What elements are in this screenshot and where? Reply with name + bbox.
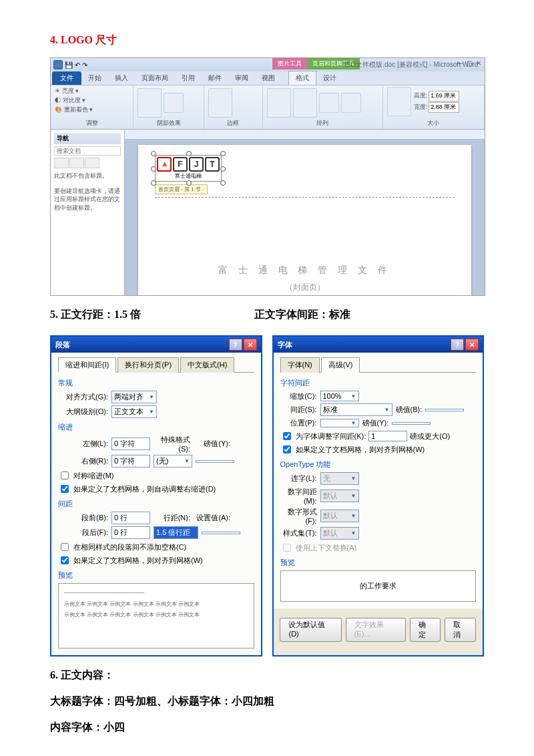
minimize-icon[interactable]: — <box>457 59 463 67</box>
font-snapgrid-check[interactable]: 如果定义了文档网格，则对齐到网格(W) <box>280 443 477 455</box>
align-combo[interactable]: 两端对齐▼ <box>111 391 157 403</box>
pos-by-spin[interactable] <box>392 422 431 425</box>
close-icon[interactable]: ✕ <box>465 339 479 351</box>
back-button[interactable] <box>341 93 361 113</box>
default-button[interactable]: 设为默认值(D) <box>280 618 341 642</box>
before-label: 段前(B): <box>58 513 108 523</box>
snapgrid-check[interactable]: 如果定义了文档网格，则对齐到网格(W) <box>58 554 254 566</box>
help-icon[interactable]: ? <box>451 339 464 351</box>
ribbon-brightness[interactable]: ☀ 亮度 ▾ <box>55 87 129 96</box>
para-tab-cjk[interactable]: 中文版式(H) <box>180 357 234 373</box>
height-input[interactable] <box>429 91 459 102</box>
texteffect-button[interactable]: 文字效果(E)... <box>346 618 406 642</box>
ribbon-group-shadow: 阴影效果 <box>138 119 200 128</box>
after-label: 段后(F): <box>58 528 108 538</box>
spacing-by-spin[interactable] <box>425 409 464 411</box>
word-titlebar: 💾 ↶ ↷ 图片工具 页眉和页脚工具 ISO文件模版.doc [兼容模式] - … <box>51 58 485 71</box>
right-label: 右侧(R): <box>58 456 108 466</box>
close-icon[interactable]: ✕ <box>476 59 481 67</box>
document-area[interactable]: 🔺 F J T 富士通电梯 首页页眉 - 第 1 节 - 富 士 通 电 梯 管… <box>125 130 485 296</box>
font-tab-advanced[interactable]: 高级(V) <box>321 357 360 373</box>
tab-design[interactable]: 设计 <box>316 71 343 85</box>
ribbon: ☀ 亮度 ▾ ◐ 对比度 ▾ 🎨 重新着色 ▾ 调整 阴影效果 边框 排列 <box>51 85 485 130</box>
position-button[interactable] <box>267 88 291 118</box>
nav-tab-1[interactable] <box>54 158 69 168</box>
ok-button[interactable]: 确定 <box>410 618 441 642</box>
ribbon-group-size: 大小 <box>387 119 480 128</box>
align-label: 对齐方式(G): <box>58 392 108 402</box>
selected-logo[interactable]: 🔺 F J T 富士通电梯 <box>155 155 222 182</box>
usectx-check[interactable]: 使用上下文替换(A) <box>280 542 477 554</box>
tab-layout[interactable]: 页面布局 <box>135 71 175 85</box>
para-tab-break[interactable]: 换行和分页(P) <box>117 357 179 373</box>
crop-button[interactable] <box>387 87 411 116</box>
pos-combo[interactable]: ▼ <box>320 419 359 427</box>
ribbon-tabs: 文件 开始 插入 页面布局 引用 邮件 审阅 视图 格式 设计 <box>51 71 485 85</box>
close-icon[interactable]: ✕ <box>244 339 257 351</box>
para-preview: ━━━━━━━━━━━━━━━━━━━━━━━━━━━━━━ 示例文本 示例文本… <box>58 583 254 648</box>
linesp-combo[interactable]: 1.5 倍行距▼ <box>154 526 198 539</box>
width-input[interactable] <box>429 102 459 113</box>
ribbon-recolor[interactable]: 🎨 重新着色 ▾ <box>55 106 129 114</box>
kern-check[interactable]: 为字体调整字间距(K):1磅或更大(O) <box>280 430 477 442</box>
ribbon-group-adjust: 调整 <box>55 119 129 128</box>
mirror-check[interactable]: 对称缩进(M) <box>58 469 254 482</box>
liga-combo[interactable]: 无▼ <box>320 472 359 485</box>
font-preview: 的工作要求 <box>280 570 477 602</box>
special-combo[interactable]: (无)▼ <box>154 455 192 467</box>
qat-redo-icon[interactable]: ↷ <box>82 61 87 69</box>
para-section-spacing: 间距 <box>58 499 254 509</box>
special-label: 特殊格式(S): <box>154 435 190 453</box>
border-button[interactable] <box>208 88 232 118</box>
setval-spin[interactable] <box>202 532 240 534</box>
tab-review[interactable]: 审阅 <box>228 71 255 85</box>
numform-combo[interactable]: 默认▼ <box>320 510 359 522</box>
autoadjust-check[interactable]: 如果定义了文档网格，则自动调整右缩进(D) <box>58 483 254 495</box>
para-tab-indent[interactable]: 缩进和间距(I) <box>58 357 116 373</box>
ribbon-group-arrange: 排列 <box>267 119 378 128</box>
nav-empty-2: 要创建导航选项卡，请通过应用标题样式在您的文档中创建标题。 <box>54 187 121 212</box>
tab-mail[interactable]: 邮件 <box>202 71 228 85</box>
styset-combo[interactable]: 默认▼ <box>320 527 359 540</box>
fwd-button[interactable] <box>319 93 339 113</box>
font-tab-font[interactable]: 字体(N) <box>280 357 320 373</box>
ruler[interactable] <box>125 130 485 140</box>
font-section-opentype: OpenType 功能 <box>280 459 477 469</box>
tab-insert[interactable]: 插入 <box>108 71 135 85</box>
cancel-button[interactable]: 取消 <box>445 618 476 642</box>
nav-title: 导航 <box>54 133 121 144</box>
setval-label: 设置值(A): <box>194 513 230 523</box>
nav-tab-3[interactable] <box>85 158 99 168</box>
nospace-check[interactable]: 在相同样式的段落间不添加空格(C) <box>58 541 254 553</box>
numsp-combo[interactable]: 默认▼ <box>320 490 359 502</box>
by-spin[interactable] <box>196 460 234 463</box>
help-icon[interactable]: ? <box>229 339 242 351</box>
before-spin[interactable]: 0 行 <box>111 512 150 524</box>
page[interactable]: 🔺 F J T 富士通电梯 首页页眉 - 第 1 节 - 富 士 通 电 梯 管… <box>138 145 471 296</box>
right-spin[interactable]: 0 字符 <box>111 455 150 467</box>
tab-file[interactable]: 文件 <box>52 71 81 85</box>
wrap-button[interactable] <box>293 88 317 118</box>
scale-combo[interactable]: 100%▼ <box>320 391 359 401</box>
section-5-left: 5. 正文行距：1.5 倍 <box>50 308 141 322</box>
tab-format[interactable]: 格式 <box>288 71 316 85</box>
scale-label: 缩放(C): <box>280 391 317 401</box>
after-spin[interactable]: 0 行 <box>111 526 150 539</box>
left-spin[interactable]: 0 字符 <box>111 437 150 450</box>
spacing-label: 间距(S): <box>280 405 317 415</box>
font-dialog-title: 字体 <box>278 340 292 350</box>
pos-by-label: 磅值(Y): <box>362 418 389 428</box>
nav-search-input[interactable] <box>54 146 121 156</box>
spacing-combo[interactable]: 标准▼ <box>320 403 392 416</box>
shadow-button[interactable] <box>138 88 162 118</box>
qat-undo-icon[interactable]: ↶ <box>75 61 80 69</box>
nav-tab-2[interactable] <box>69 158 84 168</box>
qat-save-icon[interactable]: 💾 <box>65 61 73 69</box>
ribbon-contrast[interactable]: ◐ 对比度 ▾ <box>55 96 129 105</box>
tab-home[interactable]: 开始 <box>81 71 108 85</box>
shadow-nudge[interactable] <box>164 93 184 113</box>
tab-references[interactable]: 引用 <box>175 71 202 85</box>
outline-combo[interactable]: 正文文本▼ <box>111 405 157 418</box>
tab-view[interactable]: 视图 <box>255 71 282 85</box>
maximize-icon[interactable]: ▢ <box>467 59 473 67</box>
